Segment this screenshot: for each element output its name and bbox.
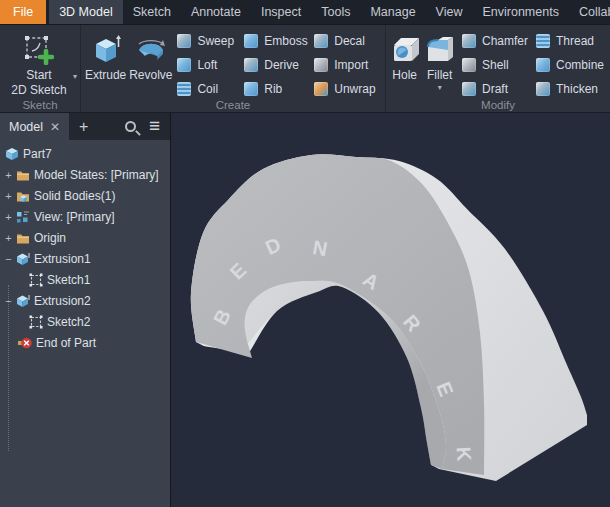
combine-label: Combine xyxy=(556,58,604,72)
chamfer-button[interactable]: Chamfer xyxy=(458,33,532,49)
sweep-icon xyxy=(177,34,191,48)
close-icon[interactable]: ✕ xyxy=(50,120,60,134)
tree-item-label: Model States: [Primary] xyxy=(34,168,159,182)
extrude-button[interactable]: Extrude xyxy=(83,28,128,98)
tab-view[interactable]: View xyxy=(426,0,473,24)
3d-viewport[interactable]: BEDNAREK xyxy=(171,113,610,507)
tab-file[interactable]: File xyxy=(0,0,46,24)
draft-icon xyxy=(462,82,476,96)
hole-icon xyxy=(389,32,421,68)
coil-label: Coil xyxy=(197,82,218,96)
draft-button[interactable]: Draft xyxy=(458,81,532,97)
thread-button[interactable]: Thread xyxy=(532,33,608,49)
start-2d-sketch-caret-icon[interactable]: ▾ xyxy=(73,73,77,81)
fillet-label: Fillet xyxy=(427,68,452,83)
collapse-icon[interactable]: − xyxy=(3,253,14,265)
tab-3d-model[interactable]: 3D Model xyxy=(49,0,123,24)
search-icon[interactable] xyxy=(125,121,136,132)
tree-item-extrusion2[interactable]: − Extrusion2 xyxy=(0,290,170,311)
add-tab-button[interactable]: + xyxy=(79,118,88,136)
thicken-label: Thicken xyxy=(556,82,598,96)
tab-tools[interactable]: Tools xyxy=(311,0,360,24)
start-2d-sketch-label-1: Start xyxy=(26,68,51,83)
extrusion-icon xyxy=(16,252,30,266)
expander-icon[interactable]: + xyxy=(3,190,14,202)
modify-column-1: Chamfer Shell Draft xyxy=(458,28,532,98)
thread-icon xyxy=(536,34,550,48)
tab-collaborate[interactable]: Collaborate xyxy=(569,0,610,24)
rib-button[interactable]: Rib xyxy=(240,81,310,97)
tree-item-extrusion1[interactable]: − Extrusion1 xyxy=(0,248,170,269)
tree-item-label: Part7 xyxy=(23,147,52,161)
revolve-button[interactable]: Revolve xyxy=(128,28,173,98)
collapse-icon[interactable]: − xyxy=(3,295,14,307)
coil-button[interactable]: Coil xyxy=(173,81,240,97)
shell-label: Shell xyxy=(482,58,509,72)
emboss-label: Emboss xyxy=(264,34,307,48)
browser-tab-model[interactable]: Model ✕ xyxy=(0,113,69,140)
unwrap-button[interactable]: Unwrap xyxy=(310,81,383,97)
tab-sketch[interactable]: Sketch xyxy=(123,0,181,24)
model-tree: Part7 + Model States: [Primary] + xyxy=(0,143,170,353)
shell-icon xyxy=(462,58,476,72)
chamfer-label: Chamfer xyxy=(482,34,528,48)
tab-annotate[interactable]: Annotate xyxy=(181,0,251,24)
combine-button[interactable]: Combine xyxy=(532,57,608,73)
sweep-button[interactable]: Sweep xyxy=(173,33,240,49)
import-button[interactable]: Import xyxy=(310,57,383,73)
expander-icon[interactable]: + xyxy=(3,232,14,244)
tree-item-label: View: [Primary] xyxy=(34,210,114,224)
tab-inspect[interactable]: Inspect xyxy=(251,0,311,24)
menu-bar: File 3D Model Sketch Annotate Inspect To… xyxy=(0,0,610,25)
panel-label-create[interactable]: Create xyxy=(81,99,385,111)
tab-environments[interactable]: Environments xyxy=(472,0,568,24)
tree-item-sketch1[interactable]: Sketch1 xyxy=(0,269,170,290)
tree-item-label: Extrusion1 xyxy=(34,252,91,266)
panel-label-modify[interactable]: Modify xyxy=(386,99,610,111)
emboss-button[interactable]: Emboss xyxy=(240,33,310,49)
tree-item-part7[interactable]: Part7 xyxy=(0,143,170,164)
tree-item-solid-bodies[interactable]: + Solid Bodies(1) xyxy=(0,185,170,206)
start-2d-sketch-label-2: 2D Sketch xyxy=(11,83,66,98)
thicken-button[interactable]: Thicken xyxy=(532,81,608,97)
modify-column-2: Thread Combine Thicken xyxy=(532,28,608,98)
sweep-label: Sweep xyxy=(197,34,234,48)
end-of-part-icon xyxy=(18,336,32,350)
extrude-label: Extrude xyxy=(85,68,126,83)
tree-item-origin[interactable]: + Origin xyxy=(0,227,170,248)
tree-item-end-of-part[interactable]: End of Part xyxy=(0,332,170,353)
hamburger-menu-icon[interactable]: ≡ xyxy=(149,116,160,135)
start-2d-sketch-icon xyxy=(24,32,54,68)
tab-manage[interactable]: Manage xyxy=(360,0,425,24)
decal-label: Decal xyxy=(334,34,365,48)
ribbon-panel-create: Extrude Revolve Sweep xyxy=(80,25,385,112)
tree-item-label: Solid Bodies(1) xyxy=(34,189,115,203)
derive-button[interactable]: Derive xyxy=(240,57,310,73)
import-label: Import xyxy=(334,58,368,72)
unwrap-icon xyxy=(314,82,328,96)
expander-icon[interactable]: + xyxy=(3,169,14,181)
folder-icon xyxy=(16,231,30,245)
decal-button[interactable]: Decal xyxy=(310,33,383,49)
hole-button[interactable]: Hole xyxy=(388,28,421,98)
revolve-icon xyxy=(135,32,167,68)
fillet-caret-icon[interactable]: ▾ xyxy=(438,84,442,92)
tree-item-sketch2[interactable]: Sketch2 xyxy=(0,311,170,332)
tree-item-view[interactable]: + View: [Primary] xyxy=(0,206,170,227)
loft-icon xyxy=(177,58,191,72)
start-2d-sketch-button[interactable]: Start 2D Sketch ▾ xyxy=(2,28,76,98)
panel-label-sketch[interactable]: Sketch xyxy=(0,99,80,111)
extrusion-icon xyxy=(16,294,30,308)
model-canvas[interactable]: BEDNAREK xyxy=(171,113,610,507)
shell-button[interactable]: Shell xyxy=(458,57,532,73)
draft-label: Draft xyxy=(482,82,508,96)
expander-icon[interactable]: + xyxy=(3,211,14,223)
tree-item-model-states[interactable]: + Model States: [Primary] xyxy=(0,164,170,185)
loft-button[interactable]: Loft xyxy=(173,57,240,73)
fillet-button[interactable]: Fillet ▾ xyxy=(421,28,458,98)
chamfer-icon xyxy=(462,34,476,48)
thread-label: Thread xyxy=(556,34,594,48)
ribbon-panel-modify: Hole Fillet ▾ Chamfer xyxy=(385,25,610,112)
emboss-icon xyxy=(244,34,258,48)
tree-item-label: Sketch2 xyxy=(47,315,90,329)
